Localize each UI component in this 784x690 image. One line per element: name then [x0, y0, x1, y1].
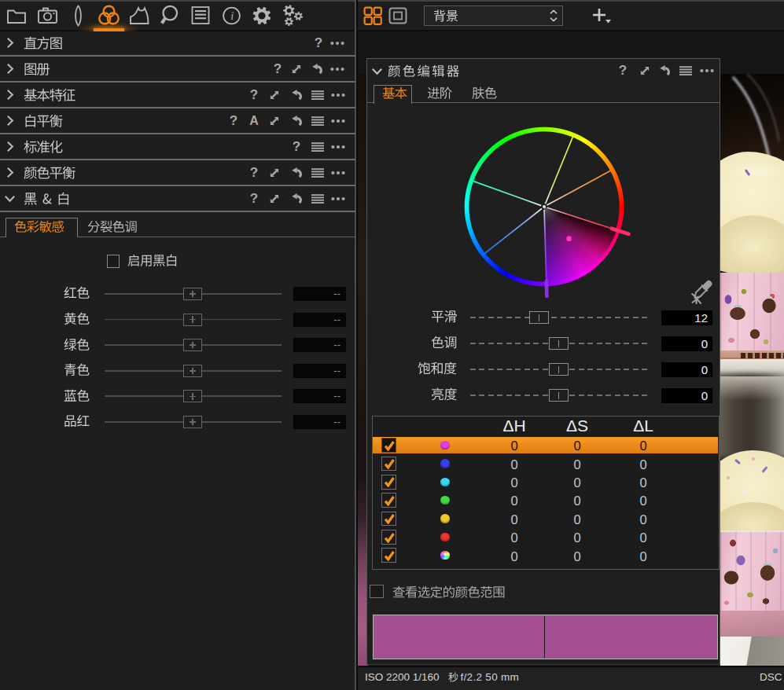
svg-text:i: i — [230, 9, 234, 22]
